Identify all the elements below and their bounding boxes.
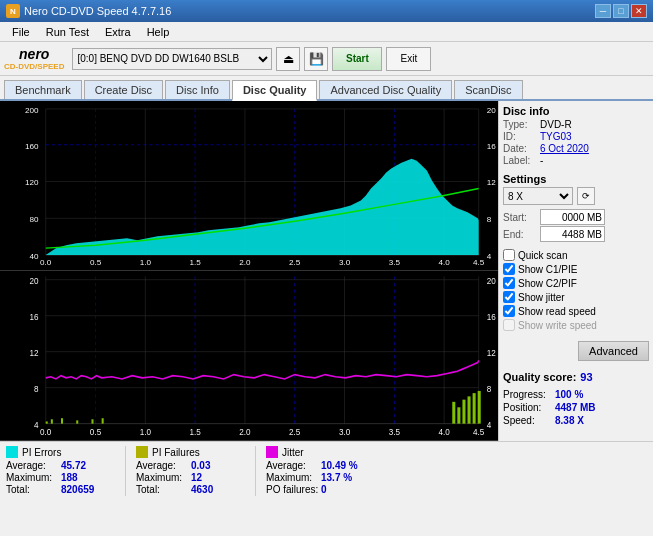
tab-create-disc[interactable]: Create Disc bbox=[84, 80, 163, 99]
svg-text:8: 8 bbox=[487, 384, 492, 394]
c2-pif-label: Show C2/PIF bbox=[518, 278, 577, 289]
progress-row: Progress: 100 % bbox=[503, 389, 649, 400]
svg-rect-73 bbox=[473, 393, 476, 424]
advanced-button[interactable]: Advanced bbox=[578, 341, 649, 361]
jitter-max-value: 13.7 % bbox=[321, 472, 352, 483]
quick-scan-row: Quick scan bbox=[503, 249, 649, 261]
disc-label-value: - bbox=[540, 155, 543, 166]
svg-rect-71 bbox=[462, 400, 465, 424]
jitter-label: Show jitter bbox=[518, 292, 565, 303]
svg-text:4: 4 bbox=[487, 420, 492, 430]
maximize-button[interactable]: □ bbox=[613, 4, 629, 18]
svg-text:3.5: 3.5 bbox=[389, 426, 401, 436]
minimize-button[interactable]: ─ bbox=[595, 4, 611, 18]
pi-errors-label: PI Errors bbox=[22, 447, 61, 458]
c2-pif-checkbox[interactable] bbox=[503, 277, 515, 289]
svg-text:4.5: 4.5 bbox=[473, 426, 485, 436]
jitter-checkbox[interactable] bbox=[503, 291, 515, 303]
read-speed-row: Show read speed bbox=[503, 305, 649, 317]
title-bar: N Nero CD-DVD Speed 4.7.7.16 ─ □ ✕ bbox=[0, 0, 653, 22]
pi-failures-max: Maximum: 12 bbox=[136, 472, 245, 483]
refresh-icon[interactable]: ⟳ bbox=[577, 187, 595, 205]
nero-text: nero bbox=[19, 46, 49, 62]
jitter-avg: Average: 10.49 % bbox=[266, 460, 376, 471]
pi-failures-avg: Average: 0.03 bbox=[136, 460, 245, 471]
c2-pif-row: Show C2/PIF bbox=[503, 277, 649, 289]
start-button[interactable]: Start bbox=[332, 47, 382, 71]
menu-help[interactable]: Help bbox=[139, 24, 178, 40]
device-select[interactable]: [0:0] BENQ DVD DD DW1640 BSLB bbox=[72, 48, 272, 70]
main-content: 200 160 120 80 40 20 16 12 8 4 bbox=[0, 101, 653, 441]
disc-type-row: Type: DVD-R bbox=[503, 119, 649, 130]
menu-extra[interactable]: Extra bbox=[97, 24, 139, 40]
tab-advanced-disc-quality[interactable]: Advanced Disc Quality bbox=[319, 80, 452, 99]
svg-rect-69 bbox=[452, 402, 455, 424]
quality-label: Quality score: bbox=[503, 371, 576, 383]
menu-file[interactable]: File bbox=[4, 24, 38, 40]
svg-text:8: 8 bbox=[34, 384, 39, 394]
disc-label-row: Label: - bbox=[503, 155, 649, 166]
svg-text:120: 120 bbox=[25, 179, 39, 188]
id-value: TYG03 bbox=[540, 131, 572, 142]
save-icon[interactable]: 💾 bbox=[304, 47, 328, 71]
tab-disc-info[interactable]: Disc Info bbox=[165, 80, 230, 99]
menu-run-test[interactable]: Run Test bbox=[38, 24, 97, 40]
pi-failures-group: PI Failures Average: 0.03 Maximum: 12 To… bbox=[136, 446, 256, 496]
menu-bar: File Run Test Extra Help bbox=[0, 22, 653, 42]
eject-icon[interactable]: ⏏ bbox=[276, 47, 300, 71]
po-failures-row: PO failures: 0 bbox=[266, 484, 376, 495]
svg-rect-68 bbox=[102, 418, 104, 423]
c1-pie-row: Show C1/PIE bbox=[503, 263, 649, 275]
quality-value: 93 bbox=[580, 371, 592, 383]
progress-value: 100 % bbox=[555, 389, 583, 400]
disc-date-row: Date: 6 Oct 2020 bbox=[503, 143, 649, 154]
window-controls: ─ □ ✕ bbox=[595, 4, 647, 18]
svg-text:0.5: 0.5 bbox=[90, 258, 102, 267]
jitter-legend: Jitter bbox=[266, 446, 376, 458]
svg-text:16: 16 bbox=[487, 312, 496, 322]
write-speed-checkbox[interactable] bbox=[503, 319, 515, 331]
pi-failures-legend: PI Failures bbox=[136, 446, 245, 458]
pi-errors-max-label: Maximum: bbox=[6, 472, 61, 483]
tab-scan-disc[interactable]: ScanDisc bbox=[454, 80, 522, 99]
start-row: Start: bbox=[503, 209, 649, 225]
c1-pie-checkbox[interactable] bbox=[503, 263, 515, 275]
jitter-max-label: Maximum: bbox=[266, 472, 321, 483]
type-label: Type: bbox=[503, 119, 538, 130]
write-speed-label: Show write speed bbox=[518, 320, 597, 331]
read-speed-checkbox[interactable] bbox=[503, 305, 515, 317]
jitter-group: Jitter Average: 10.49 % Maximum: 13.7 % … bbox=[266, 446, 386, 496]
date-label: Date: bbox=[503, 143, 538, 154]
svg-text:8: 8 bbox=[487, 215, 492, 224]
type-value: DVD-R bbox=[540, 119, 572, 130]
svg-text:16: 16 bbox=[30, 312, 39, 322]
tab-benchmark[interactable]: Benchmark bbox=[4, 80, 82, 99]
chart-top-svg: 200 160 120 80 40 20 16 12 8 4 bbox=[0, 101, 498, 270]
exit-button[interactable]: Exit bbox=[386, 47, 431, 71]
svg-text:4.0: 4.0 bbox=[438, 258, 450, 267]
pi-errors-max: Maximum: 188 bbox=[6, 472, 115, 483]
end-input[interactable] bbox=[540, 226, 605, 242]
svg-text:3.0: 3.0 bbox=[339, 426, 351, 436]
disc-info-section: Disc info Type: DVD-R ID: TYG03 Date: 6 … bbox=[503, 105, 649, 167]
start-input[interactable] bbox=[540, 209, 605, 225]
svg-text:1.5: 1.5 bbox=[189, 258, 201, 267]
svg-text:1.0: 1.0 bbox=[140, 258, 152, 267]
pi-failures-avg-value: 0.03 bbox=[191, 460, 210, 471]
quick-scan-checkbox[interactable] bbox=[503, 249, 515, 261]
svg-rect-64 bbox=[51, 419, 53, 423]
svg-rect-63 bbox=[46, 421, 48, 423]
quick-scan-label: Quick scan bbox=[518, 250, 567, 261]
svg-text:160: 160 bbox=[25, 142, 39, 151]
tab-disc-quality[interactable]: Disc Quality bbox=[232, 80, 318, 101]
settings-section: Settings 8 X ⟳ Start: End: bbox=[503, 173, 649, 243]
close-button[interactable]: ✕ bbox=[631, 4, 647, 18]
jitter-label: Jitter bbox=[282, 447, 304, 458]
speed-select[interactable]: 8 X bbox=[503, 187, 573, 205]
jitter-avg-label: Average: bbox=[266, 460, 321, 471]
stats-row: PI Errors Average: 45.72 Maximum: 188 To… bbox=[6, 446, 647, 496]
svg-text:40: 40 bbox=[30, 252, 40, 261]
svg-text:0.5: 0.5 bbox=[90, 426, 102, 436]
svg-text:16: 16 bbox=[487, 142, 497, 151]
pi-failures-total-value: 4630 bbox=[191, 484, 213, 495]
